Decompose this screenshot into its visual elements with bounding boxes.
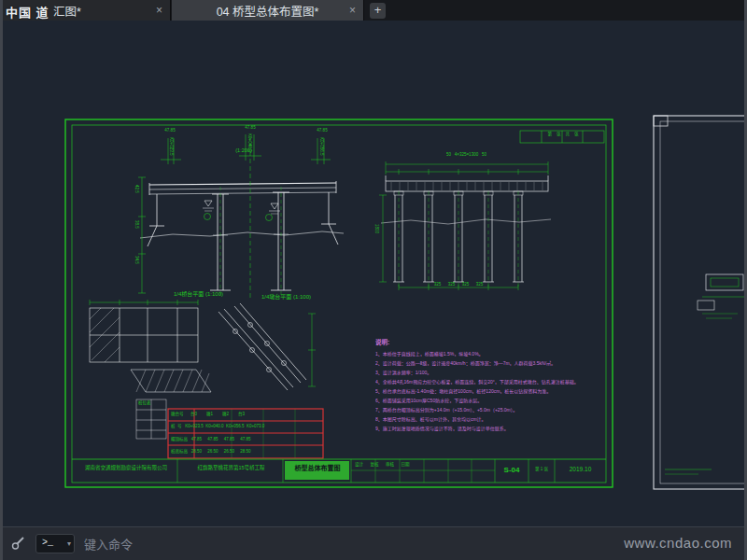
new-tab-button[interactable]: + bbox=[370, 3, 386, 19]
elevation-scale-label: (1:200) bbox=[224, 147, 263, 154]
file-tab-1-label: 汇图* bbox=[53, 2, 81, 20]
note-line: 3、设计洪水频率：1/100。 bbox=[375, 370, 605, 375]
note-line: 6、桥面铺装采用10cm厚C50防水砼，下设防水层。 bbox=[375, 398, 605, 403]
drawing-canvas[interactable]: (1:200) 47.85 47.85 47.85 K0+023.5 K0+04… bbox=[0, 21, 747, 527]
note-line: 8、本图尺寸除标高、桩号以m计外，其余均以cm计。 bbox=[375, 416, 605, 422]
tab-close-icon[interactable]: × bbox=[156, 4, 162, 17]
note-line: 1、本桥位于直线段上，桥面横坡1.5%，纵坡4.0%。 bbox=[375, 351, 605, 357]
command-bar: >_ ▾ www.cndao.com bbox=[0, 526, 747, 560]
section-dim-top-label: 50 4×325=1300 50 bbox=[408, 152, 525, 157]
table-row: 桩 号 K0+023.5 K0+040.0 K0+056.5 K0+073.0 bbox=[171, 424, 323, 428]
adjacent-sheet-frame bbox=[654, 116, 747, 489]
cad-app-window: 汇图* × 04 桥型总体布置图* × + 中国 道 bbox=[0, 0, 747, 560]
elevation-dimensions bbox=[138, 134, 331, 301]
sheet-pages: 第 1 张 bbox=[529, 467, 555, 471]
level-dim-label: 38.5 bbox=[134, 220, 139, 229]
command-input[interactable] bbox=[82, 534, 385, 555]
watermark-top-left: 中国 道 bbox=[6, 3, 49, 21]
level-dim-label: 42.5 bbox=[134, 185, 139, 193]
table-row: 帽顶标高 47.85 47.85 47.85 47.85 bbox=[171, 437, 323, 441]
note-line: 2、设计荷载：公路—Ⅱ级，设计速度40km/h；桥面净宽：净—7m，人群荷载3.… bbox=[375, 360, 605, 366]
section-dim-left-label: 1800 bbox=[374, 224, 379, 233]
plan-view-title-right: 1/4墩台平面 (1:100) bbox=[261, 293, 311, 300]
title-block-project: 红旗路至桃花界第15号桥工程 bbox=[179, 465, 283, 471]
table-row: 墩台号 台0 墩1 墩2 台3 bbox=[171, 412, 323, 416]
level-dim-label: 34.5 bbox=[134, 256, 139, 264]
station-label: K0+023.5 bbox=[169, 137, 174, 155]
plan-dimensions bbox=[90, 300, 316, 386]
note-line: 5、桥台承台底标高-1.40m处；墩柱直径100cm，桩径120cm，桩长以钻探… bbox=[375, 388, 605, 394]
notes-title: 说明: bbox=[375, 339, 389, 346]
sheet-date: 2019.10 bbox=[555, 466, 606, 473]
elevation-view bbox=[140, 181, 344, 290]
section-dim-bottom-label: 325 325 325 325 bbox=[396, 282, 521, 287]
chevron-down-icon[interactable]: ▾ bbox=[67, 539, 71, 548]
section-view bbox=[381, 175, 551, 282]
adjacent-sheet-details bbox=[665, 278, 745, 474]
window-edge bbox=[0, 0, 3, 560]
plan-view bbox=[90, 303, 306, 392]
command-prompt-box[interactable]: >_ ▾ bbox=[35, 534, 75, 553]
file-tab-2[interactable]: 04 桥型总体布置图* × bbox=[172, 0, 364, 21]
note-line: 7、两桥台台帽顶标高分别为+14.0m（+15.0m）、+5.0m（+25.0m… bbox=[375, 407, 605, 413]
file-tab-2-label: 04 桥型总体布置图* bbox=[217, 2, 319, 20]
tab-close-icon[interactable]: × bbox=[349, 4, 356, 17]
station-label: K0+040.0 bbox=[247, 133, 252, 151]
sheet-corner-table-text: 第 张 共 张 bbox=[522, 132, 604, 136]
station-label: K0+056.5 bbox=[319, 137, 324, 155]
file-tab-bar: 汇图* × 04 桥型总体布置图* × + bbox=[0, 0, 747, 21]
note-line: 4、全桥共4孔16m预应力砼空心板梁，桥面连续，斜交20°，下部采用柱式墩台、钻… bbox=[375, 379, 605, 385]
watermark-bottom-right: www.cndao.com bbox=[624, 535, 732, 551]
deck-elevation-label: 47.85 bbox=[307, 128, 337, 133]
deck-elevation-label: 47.85 bbox=[155, 128, 185, 133]
command-prompt-icon: >_ bbox=[42, 538, 53, 548]
wrench-icon[interactable] bbox=[11, 536, 26, 551]
title-block-fields: 设计 复核 审核 日期 bbox=[355, 462, 495, 467]
plan-view-title-left: 1/4桥台平面 (1:100) bbox=[174, 290, 223, 297]
cad-sheet-linework bbox=[0, 21, 747, 527]
pile-table-title: 桩位表 bbox=[138, 400, 151, 405]
deck-elevation-label: 47.85 bbox=[235, 125, 265, 130]
title-block-drawing-title: 桥型总体布置图 bbox=[286, 464, 349, 471]
title-block-company: 湖南省交通规划勘察设计院有限公司 bbox=[75, 465, 177, 471]
table-row: 桩底标高 28.50 26.50 26.50 28.50 bbox=[171, 449, 323, 454]
note-line: 9、施工时如发现地质情况与设计不符，请及时与设计单位联系。 bbox=[375, 426, 605, 431]
sheet-number: S-04 bbox=[495, 465, 529, 474]
